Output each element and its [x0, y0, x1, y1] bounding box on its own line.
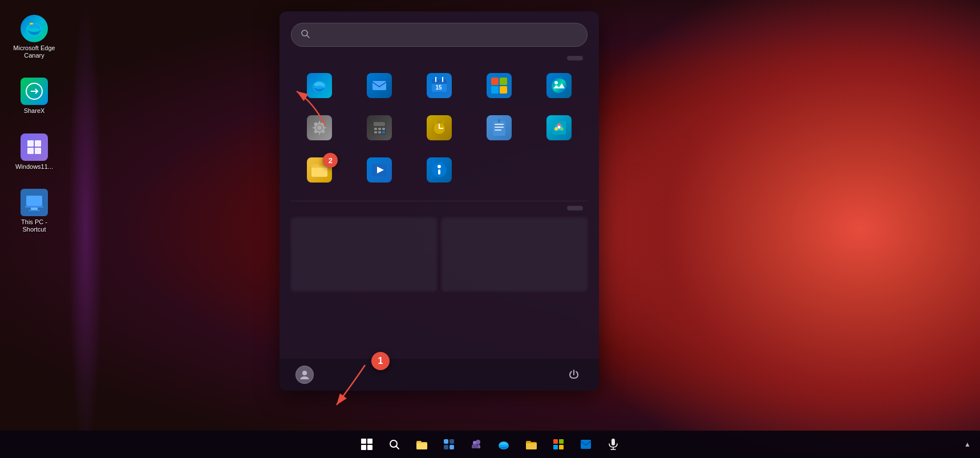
- svg-rect-75: [553, 439, 558, 444]
- svg-rect-70: [444, 445, 448, 449]
- svg-rect-14: [372, 81, 386, 90]
- svg-rect-46: [495, 129, 501, 131]
- taskbar-widgets-button[interactable]: [436, 432, 461, 457]
- svg-rect-45: [495, 127, 504, 128]
- svg-rect-34: [374, 131, 377, 133]
- app-paint[interactable]: [530, 110, 588, 149]
- windows11-label: Windows11...: [15, 163, 53, 171]
- app-tips[interactable]: [411, 152, 468, 192]
- desktop-icon-this-pc[interactable]: This PC - Shortcut: [6, 185, 63, 237]
- svg-point-52: [560, 127, 564, 131]
- user-section[interactable]: [295, 366, 319, 384]
- edge-canary-label: Microsoft Edge Canary: [9, 44, 59, 59]
- recommended-item-2[interactable]: [442, 217, 588, 291]
- svg-point-73: [473, 441, 476, 444]
- svg-rect-5: [27, 148, 34, 154]
- taskbar-teams-button[interactable]: [464, 432, 489, 457]
- step-1-indicator: 1: [371, 352, 390, 370]
- svg-rect-43: [493, 121, 505, 136]
- svg-point-59: [302, 371, 307, 375]
- app-movies[interactable]: [351, 152, 408, 192]
- desktop-icon-windows11[interactable]: Windows11...: [12, 130, 56, 174]
- start-bottom-bar: [280, 359, 599, 391]
- taskbar-mail-button[interactable]: [573, 432, 598, 457]
- desktop-icons-area: Microsoft Edge Canary ShareX Windows11..…: [0, 0, 68, 458]
- svg-rect-35: [378, 131, 381, 133]
- app-settings[interactable]: [291, 110, 349, 149]
- svg-rect-6: [35, 148, 41, 154]
- svg-rect-79: [581, 440, 591, 449]
- svg-rect-47: [498, 119, 500, 123]
- svg-rect-69: [449, 439, 454, 444]
- taskbar-center: [354, 432, 626, 457]
- svg-rect-23: [491, 86, 499, 94]
- desktop-icon-edge-canary[interactable]: Microsoft Edge Canary: [6, 11, 63, 63]
- recommended-header: [280, 206, 599, 217]
- search-icon: [301, 29, 310, 40]
- svg-rect-62: [361, 439, 366, 444]
- svg-rect-21: [491, 78, 499, 85]
- svg-point-51: [554, 127, 558, 131]
- svg-rect-63: [367, 439, 372, 444]
- taskbar-fileexp2-button[interactable]: [519, 432, 544, 457]
- all-apps-button[interactable]: [567, 56, 583, 60]
- svg-rect-4: [35, 140, 41, 147]
- taskbar-store-button[interactable]: [546, 432, 571, 457]
- pinned-header: [280, 56, 599, 67]
- svg-rect-36: [382, 131, 385, 133]
- app-notepad[interactable]: [470, 110, 528, 149]
- svg-line-67: [396, 446, 399, 449]
- user-avatar: [295, 366, 314, 384]
- app-calendar[interactable]: 15: [411, 67, 468, 107]
- sharex-label: ShareX: [24, 107, 45, 115]
- app-edge[interactable]: [291, 67, 349, 107]
- svg-rect-22: [500, 78, 507, 85]
- svg-rect-30: [374, 122, 385, 126]
- svg-point-72: [476, 440, 480, 444]
- app-photos[interactable]: [530, 67, 588, 107]
- pinned-apps-grid: 15: [280, 67, 599, 196]
- svg-rect-76: [559, 439, 564, 444]
- start-menu: 15: [280, 11, 599, 391]
- svg-rect-78: [559, 445, 564, 449]
- svg-rect-8: [25, 206, 43, 208]
- app-store[interactable]: [470, 67, 528, 107]
- step-2-badge: 2: [323, 153, 338, 168]
- svg-point-25: [552, 78, 566, 93]
- recommended-grid: [280, 217, 599, 359]
- svg-rect-65: [367, 445, 372, 450]
- svg-rect-3: [27, 140, 34, 147]
- svg-rect-31: [374, 128, 377, 130]
- more-button[interactable]: [567, 206, 583, 210]
- taskbar-fileexp-button[interactable]: [409, 432, 434, 457]
- svg-rect-7: [26, 196, 42, 206]
- svg-rect-9: [31, 208, 38, 210]
- taskbar-start-button[interactable]: [354, 432, 379, 457]
- desktop-icon-sharex[interactable]: ShareX: [17, 74, 51, 118]
- svg-rect-58: [438, 169, 440, 175]
- svg-rect-80: [612, 439, 615, 445]
- svg-point-57: [438, 165, 441, 168]
- app-fileexp[interactable]: 2: [291, 152, 349, 192]
- taskbar-system-tray: ▲: [964, 440, 971, 448]
- svg-line-12: [307, 35, 309, 38]
- recommended-item-1[interactable]: [291, 217, 437, 291]
- taskbar-edge-button[interactable]: [491, 432, 516, 457]
- app-mail[interactable]: [351, 67, 408, 107]
- svg-text:15: 15: [435, 84, 442, 91]
- svg-rect-10: [29, 210, 40, 211]
- taskbar-speech-button[interactable]: [601, 432, 626, 457]
- app-calculator[interactable]: [351, 110, 408, 149]
- power-button[interactable]: [565, 366, 583, 384]
- svg-rect-68: [444, 439, 448, 444]
- app-alarms[interactable]: [411, 110, 468, 149]
- svg-rect-44: [495, 124, 504, 125]
- svg-point-26: [554, 81, 558, 84]
- svg-rect-71: [449, 445, 454, 449]
- svg-rect-24: [500, 86, 507, 94]
- search-bar[interactable]: [291, 23, 588, 47]
- taskbar-search-button[interactable]: [382, 432, 407, 457]
- svg-rect-32: [378, 128, 381, 130]
- this-pc-label: This PC - Shortcut: [9, 218, 59, 233]
- svg-rect-64: [361, 445, 366, 450]
